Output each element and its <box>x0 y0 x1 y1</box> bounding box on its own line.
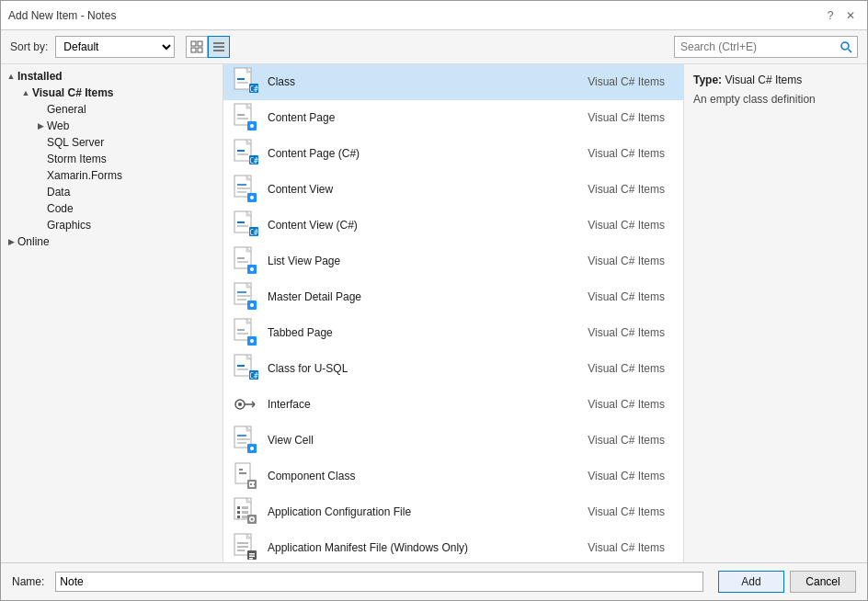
item-name: Class <box>268 75 588 88</box>
svg-rect-92 <box>237 506 240 509</box>
help-button[interactable]: ? <box>821 6 839 25</box>
action-buttons: Add Cancel <box>718 571 856 593</box>
item-icon <box>231 103 260 132</box>
svg-rect-39 <box>237 225 248 227</box>
svg-rect-97 <box>242 516 248 518</box>
tree-item-data[interactable]: Data <box>1 184 223 200</box>
svg-rect-44 <box>237 257 245 259</box>
tree-item-web[interactable]: ▶Web <box>1 118 223 134</box>
tree-item-storm-items[interactable]: Storm Items <box>1 151 223 167</box>
item-icon <box>231 390 260 419</box>
title-controls: ? ✕ <box>821 6 860 25</box>
svg-rect-95 <box>242 506 248 509</box>
svg-rect-51 <box>237 291 246 293</box>
list-item[interactable]: Application Manifest File (Windows Only)… <box>223 530 683 562</box>
svg-rect-105 <box>237 550 245 551</box>
name-input[interactable] <box>55 572 703 592</box>
add-button[interactable]: Add <box>718 571 784 593</box>
item-icon: C# <box>231 67 260 96</box>
item-category: Visual C# Items <box>588 326 665 339</box>
item-name: Component Class <box>268 470 588 482</box>
list-item[interactable]: Application Configuration File Visual C#… <box>223 494 683 530</box>
item-name: Master Detail Page <box>268 290 588 303</box>
item-category: Visual C# Items <box>588 362 665 375</box>
tree-item-online[interactable]: ▶Online <box>1 233 223 250</box>
list-item[interactable]: Tabbed Page Visual C# Items <box>223 315 683 351</box>
tree-item-general[interactable]: General <box>1 101 223 118</box>
list-item[interactable]: Master Detail Page Visual C# Items <box>223 279 683 315</box>
svg-line-8 <box>849 50 852 53</box>
tree-label: Data <box>47 186 219 198</box>
item-name: List View Page <box>268 255 588 267</box>
title-bar-left: Add New Item - Notes <box>8 9 116 22</box>
search-icon-button[interactable] <box>835 36 857 58</box>
tree-item-code[interactable]: Code <box>1 200 223 217</box>
svg-rect-67 <box>237 369 248 370</box>
svg-rect-52 <box>237 295 250 297</box>
item-icon: C# <box>231 139 260 168</box>
svg-text:C#: C# <box>249 229 258 237</box>
svg-rect-1 <box>198 41 202 46</box>
svg-rect-56 <box>251 303 253 307</box>
svg-rect-94 <box>237 516 240 518</box>
tree-item-visual-csharp-items[interactable]: ▲Visual C# Items <box>1 85 223 101</box>
close-button[interactable]: ✕ <box>841 6 860 25</box>
item-category: Visual C# Items <box>588 398 665 411</box>
list-item[interactable]: List View Page Visual C# Items <box>223 244 683 279</box>
svg-rect-11 <box>237 78 245 80</box>
item-category: Visual C# Items <box>588 541 665 554</box>
svg-rect-88 <box>250 483 252 485</box>
item-icon <box>231 318 260 347</box>
svg-rect-48 <box>251 267 253 271</box>
svg-rect-31 <box>237 187 250 189</box>
item-icon <box>231 533 260 562</box>
item-name: Interface <box>268 398 588 411</box>
svg-point-100 <box>251 518 254 521</box>
item-icon <box>231 425 260 455</box>
tree-item-xamarin-forms[interactable]: Xamarin.Forms <box>1 167 223 184</box>
type-line: Type: Visual C# Items <box>693 74 858 86</box>
tree-arrow: ▲ <box>19 88 32 97</box>
item-category: Visual C# Items <box>588 290 665 303</box>
item-icon: C# <box>231 210 260 240</box>
list-item[interactable]: C# Content View (C#) Visual C# Items <box>223 208 683 244</box>
cancel-button[interactable]: Cancel <box>790 571 856 593</box>
item-category: Visual C# Items <box>588 255 665 267</box>
sort-select[interactable]: Default <box>55 36 175 58</box>
tree-container: ▲Installed▲Visual C# ItemsGeneral▶WebSQL… <box>1 68 223 250</box>
svg-rect-84 <box>239 469 243 471</box>
search-input[interactable] <box>675 40 835 53</box>
tree-item-sql-server[interactable]: SQL Server <box>1 134 223 151</box>
list-item[interactable]: View Cell Visual C# Items <box>223 423 683 459</box>
item-icon <box>231 246 260 276</box>
dialog: Add New Item - Notes ? ✕ Sort by: Defaul… <box>0 0 868 601</box>
title-bar: Add New Item - Notes ? ✕ <box>1 1 867 30</box>
item-icon <box>231 175 260 204</box>
list-item[interactable]: Content View Visual C# Items <box>223 172 683 208</box>
list-item[interactable]: Interface Visual C# Items <box>223 387 683 423</box>
item-name: View Cell <box>268 434 588 447</box>
toolbar: Sort by: Default <box>1 30 867 64</box>
tree-arrow: ▶ <box>34 121 47 130</box>
item-category: Visual C# Items <box>588 183 665 196</box>
list-item[interactable]: Content Page Visual C# Items <box>223 100 683 136</box>
type-value: Visual C# Items <box>725 74 802 86</box>
tree-label: Visual C# Items <box>32 86 219 99</box>
grid-view-button[interactable] <box>186 36 208 58</box>
list-view-button[interactable] <box>208 36 230 58</box>
list-item[interactable]: C# Class Visual C# Items <box>223 64 683 100</box>
item-icon: C# <box>231 354 260 383</box>
svg-rect-21 <box>251 124 253 128</box>
list-item[interactable]: C# Class for U-SQL Visual C# Items <box>223 351 683 387</box>
tree-item-installed[interactable]: ▲Installed <box>1 68 223 85</box>
item-name: Tabbed Page <box>268 326 588 339</box>
svg-rect-82 <box>251 447 253 450</box>
list-item[interactable]: Component Class Visual C# Items <box>223 459 683 494</box>
tree-label: Storm Items <box>47 153 219 165</box>
sort-label: Sort by: <box>10 40 48 53</box>
list-item[interactable]: C# Content Page (C#) Visual C# Items <box>223 136 683 172</box>
right-panel: Type: Visual C# Items An empty class def… <box>683 64 867 562</box>
svg-rect-63 <box>251 339 253 343</box>
tree-item-graphics[interactable]: Graphics <box>1 217 223 233</box>
svg-point-71 <box>238 403 242 406</box>
